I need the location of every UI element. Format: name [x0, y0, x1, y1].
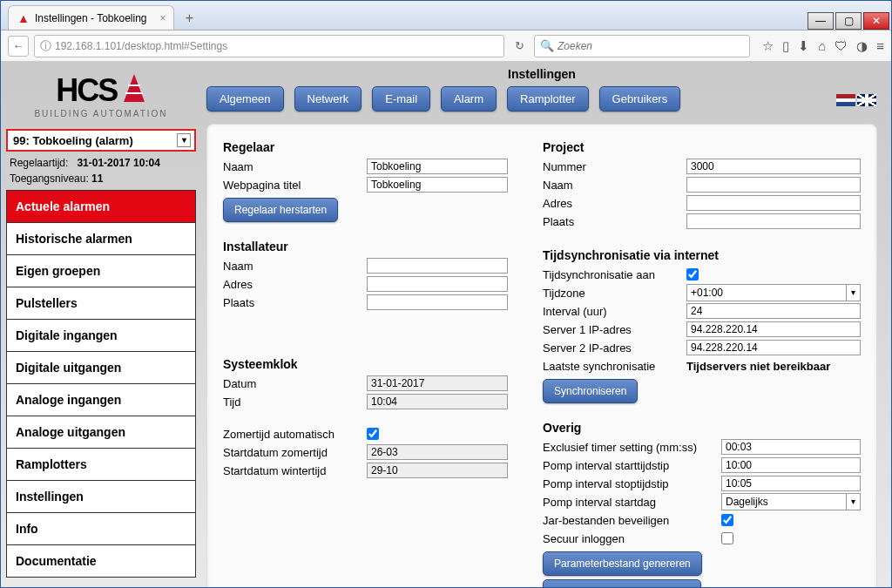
window-maximize-button[interactable]: ▢	[835, 12, 862, 30]
settings-tabrow: Algemeen Netwerk E-mail Alarm Ramplotter…	[206, 86, 877, 112]
pstop-input[interactable]	[721, 476, 861, 491]
installateur-plaats-input[interactable]	[367, 294, 508, 310]
sidebar-item-digitale-uitgangen[interactable]: Digitale uitgangen	[7, 352, 195, 384]
pocket-icon[interactable]: ▯	[782, 38, 789, 54]
page-title: Instellingen	[206, 67, 877, 81]
tijdzone-select[interactable]: +01:00▾	[686, 284, 861, 301]
section-klok: Systeemklok	[223, 357, 508, 371]
addons-icon[interactable]: ◑	[856, 38, 868, 54]
last-sync-text: Tijdservers niet bereikbaar	[686, 360, 830, 373]
section-tijdsync: Tijdsynchronisatie via internet	[543, 248, 861, 262]
tab-gebruikers[interactable]: Gebruikers	[599, 86, 681, 112]
sidebar-item-ramplotters[interactable]: Ramplotters	[7, 449, 195, 481]
home-icon[interactable]: ⌂	[818, 38, 826, 54]
tab-algemeen[interactable]: Algemeen	[206, 86, 284, 112]
sidebar-item-documentatie[interactable]: Documentatie	[7, 545, 195, 577]
sidebar-item-eigen-groepen[interactable]: Eigen groepen	[7, 255, 195, 287]
chevron-down-icon: ▾	[177, 133, 191, 147]
logo-triangle-icon	[122, 72, 146, 106]
search-input[interactable]	[558, 40, 744, 52]
tab-netwerk[interactable]: Netwerk	[294, 86, 362, 112]
tijdsync-aan-checkbox[interactable]	[686, 268, 699, 280]
tab-title: Instellingen - Tobkoeling	[35, 12, 147, 24]
chevron-down-icon: ▾	[846, 285, 860, 301]
shield-icon[interactable]: 🛡	[835, 38, 848, 54]
regulator-selector-label: 99: Tobkoeling (alarm)	[13, 134, 133, 147]
flag-nl-icon[interactable]	[836, 94, 855, 106]
project-nummer-input[interactable]	[686, 159, 861, 174]
server1-input[interactable]	[686, 321, 861, 337]
info-icon: ⓘ	[40, 38, 51, 54]
installateur-adres-input[interactable]	[367, 276, 508, 292]
installateur-naam-input[interactable]	[367, 258, 508, 274]
window-minimize-button[interactable]: —	[808, 12, 834, 30]
nav-back-button[interactable]: ←	[8, 36, 29, 57]
browser-tabstrip: ▲ Instellingen - Tobkoeling × + — ▢ ✕	[1, 1, 891, 30]
synchroniseren-button[interactable]: Synchroniseren	[543, 379, 638, 403]
project-adres-input[interactable]	[686, 195, 861, 211]
settings-panel: Regelaar Naam Webpagina titel Regelaar h…	[206, 124, 877, 587]
sidebar-item-analoge-ingangen[interactable]: Analoge ingangen	[7, 384, 195, 416]
sidebar-item-actuele-alarmen[interactable]: Actuele alarmen	[7, 191, 195, 223]
pday-select[interactable]: Dagelijks▾	[721, 493, 861, 510]
sidebar-item-digitale-ingangen[interactable]: Digitale ingangen	[7, 320, 195, 352]
tab-alarm[interactable]: Alarm	[441, 86, 497, 112]
tab-email[interactable]: E-mail	[372, 86, 430, 112]
jar-checkbox[interactable]	[721, 514, 733, 526]
meta-level: Toegangsniveau: 11	[6, 171, 196, 186]
sidebar-item-instellingen[interactable]: Instellingen	[7, 481, 195, 513]
meta-time: Regelaartijd: 31-01-2017 10:04	[6, 155, 196, 171]
url-input[interactable]	[55, 40, 498, 52]
flag-gb-icon[interactable]	[857, 94, 876, 106]
browser-tab[interactable]: ▲ Instellingen - Tobkoeling ×	[8, 5, 174, 30]
chevron-down-icon: ▾	[846, 494, 860, 510]
section-project: Project	[543, 140, 861, 154]
server2-input[interactable]	[686, 340, 861, 355]
tab-ramplotter[interactable]: Ramplotter	[507, 86, 589, 112]
timer-input[interactable]	[721, 439, 861, 455]
section-installateur: Installateur	[223, 240, 508, 253]
param-genereren-button[interactable]: Parameterbestand genereren	[543, 551, 702, 576]
klok-tijd-input	[367, 394, 508, 409]
secure-checkbox[interactable]	[721, 532, 733, 544]
project-naam-input[interactable]	[686, 177, 861, 193]
sidebar-item-info[interactable]: Info	[7, 513, 195, 545]
search-icon: 🔍	[540, 39, 554, 52]
url-input-container[interactable]: ⓘ	[34, 35, 504, 57]
logo: HCS BUILDING AUTOMATION	[6, 65, 196, 124]
section-overig: Overig	[543, 421, 861, 435]
sidebar-item-pulstellers[interactable]: Pulstellers	[7, 287, 195, 320]
dst-auto-checkbox[interactable]	[367, 428, 379, 440]
reload-button[interactable]: ↻	[510, 39, 529, 52]
project-plaats-input[interactable]	[686, 213, 861, 229]
regelaar-naam-input[interactable]	[367, 159, 508, 174]
favicon-icon: ▲	[17, 12, 30, 24]
pstart-input[interactable]	[721, 457, 861, 473]
logo-text: HCS	[56, 72, 117, 108]
new-tab-button[interactable]: +	[179, 10, 200, 30]
sidebar-item-historische-alarmen[interactable]: Historische alarmen	[7, 223, 195, 255]
downloads-icon[interactable]: ⬇	[798, 38, 809, 54]
webpagina-titel-input[interactable]	[367, 177, 508, 193]
section-regelaar: Regelaar	[223, 140, 508, 154]
side-menu: Actuele alarmen Historische alarmen Eige…	[6, 190, 196, 578]
sidebar-item-analoge-uitgangen[interactable]: Analoge uitgangen	[7, 416, 195, 449]
bookmark-icon[interactable]: ☆	[762, 38, 774, 54]
logo-tagline: BUILDING AUTOMATION	[17, 109, 186, 118]
search-box[interactable]: 🔍	[534, 35, 750, 57]
tab-close-icon[interactable]: ×	[160, 12, 166, 24]
window-close-button[interactable]: ✕	[863, 12, 889, 30]
regulator-selector[interactable]: 99: Tobkoeling (alarm) ▾	[6, 129, 196, 152]
klok-datum-input	[367, 375, 508, 391]
interval-input[interactable]	[686, 303, 861, 319]
regelaar-herstarten-button[interactable]: Regelaar herstarten	[223, 198, 338, 222]
start-zomer-input	[367, 444, 508, 460]
sidebar: HCS BUILDING AUTOMATION 99: Tobkoeling (…	[1, 62, 201, 587]
url-toolbar: ← ⓘ ↻ 🔍 ☆ ▯ ⬇ ⌂ 🛡 ◑ ≡	[1, 30, 891, 62]
menu-icon[interactable]: ≡	[876, 38, 884, 54]
start-winter-input	[367, 463, 508, 478]
sys-params-opslaan-button[interactable]: Systeem parameters opslaan	[543, 579, 701, 587]
